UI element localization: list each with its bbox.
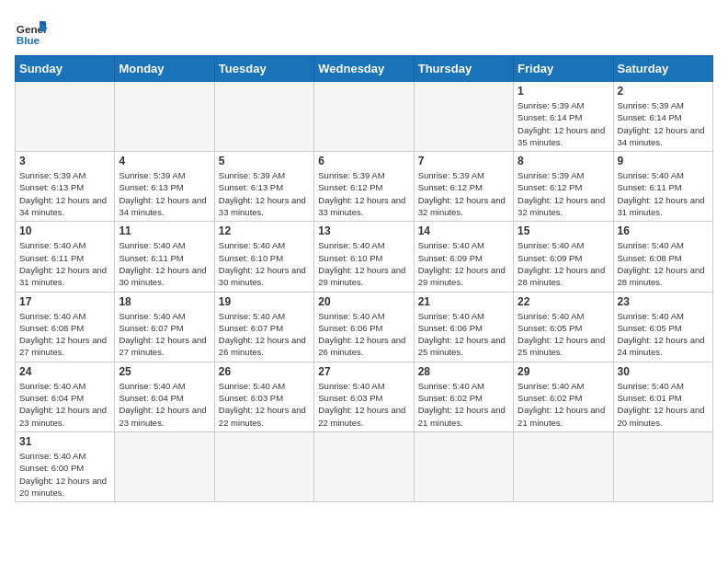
day-info: Sunrise: 5:40 AM Sunset: 6:08 PM Dayligh… bbox=[19, 310, 110, 359]
calendar-week-row: 17Sunrise: 5:40 AM Sunset: 6:08 PM Dayli… bbox=[16, 292, 713, 362]
calendar-cell bbox=[16, 82, 115, 152]
weekday-header-tuesday: Tuesday bbox=[214, 56, 313, 82]
calendar-cell: 30Sunrise: 5:40 AM Sunset: 6:01 PM Dayli… bbox=[613, 362, 712, 431]
day-info: Sunrise: 5:39 AM Sunset: 6:13 PM Dayligh… bbox=[119, 169, 210, 218]
calendar-cell: 14Sunrise: 5:40 AM Sunset: 6:09 PM Dayli… bbox=[414, 222, 513, 292]
day-number: 30 bbox=[618, 365, 709, 378]
calendar-cell: 6Sunrise: 5:39 AM Sunset: 6:12 PM Daylig… bbox=[314, 152, 414, 222]
calendar-cell: 1Sunrise: 5:39 AM Sunset: 6:14 PM Daylig… bbox=[514, 82, 613, 152]
calendar-cell: 3Sunrise: 5:39 AM Sunset: 6:13 PM Daylig… bbox=[16, 152, 115, 222]
calendar-week-row: 3Sunrise: 5:39 AM Sunset: 6:13 PM Daylig… bbox=[16, 152, 713, 222]
day-number: 2 bbox=[618, 85, 709, 98]
svg-text:Blue: Blue bbox=[17, 34, 40, 46]
day-info: Sunrise: 5:40 AM Sunset: 6:10 PM Dayligh… bbox=[219, 239, 310, 288]
day-number: 10 bbox=[19, 224, 110, 237]
day-number: 13 bbox=[318, 224, 409, 237]
calendar-cell: 28Sunrise: 5:40 AM Sunset: 6:02 PM Dayli… bbox=[414, 362, 513, 431]
calendar-cell: 12Sunrise: 5:40 AM Sunset: 6:10 PM Dayli… bbox=[214, 222, 313, 292]
day-info: Sunrise: 5:40 AM Sunset: 6:09 PM Dayligh… bbox=[418, 239, 509, 288]
page-header: General Blue bbox=[15, 15, 713, 48]
day-info: Sunrise: 5:39 AM Sunset: 6:12 PM Dayligh… bbox=[318, 169, 409, 218]
day-number: 6 bbox=[318, 155, 409, 167]
day-number: 25 bbox=[119, 365, 210, 378]
day-info: Sunrise: 5:39 AM Sunset: 6:14 PM Dayligh… bbox=[618, 99, 709, 148]
day-info: Sunrise: 5:39 AM Sunset: 6:14 PM Dayligh… bbox=[518, 99, 609, 148]
calendar-cell: 18Sunrise: 5:40 AM Sunset: 6:07 PM Dayli… bbox=[115, 292, 214, 362]
calendar-cell bbox=[314, 431, 414, 501]
weekday-header-sunday: Sunday bbox=[16, 56, 115, 82]
day-info: Sunrise: 5:40 AM Sunset: 6:11 PM Dayligh… bbox=[119, 239, 210, 288]
day-number: 19 bbox=[219, 295, 310, 308]
day-info: Sunrise: 5:40 AM Sunset: 6:00 PM Dayligh… bbox=[19, 450, 110, 499]
calendar-cell bbox=[214, 431, 313, 501]
day-info: Sunrise: 5:39 AM Sunset: 6:13 PM Dayligh… bbox=[219, 169, 310, 218]
day-number: 3 bbox=[19, 155, 110, 167]
day-info: Sunrise: 5:40 AM Sunset: 6:01 PM Dayligh… bbox=[618, 380, 709, 429]
weekday-header-thursday: Thursday bbox=[414, 56, 513, 82]
calendar-cell bbox=[414, 431, 513, 501]
calendar-cell bbox=[214, 82, 313, 152]
day-number: 9 bbox=[618, 155, 709, 167]
day-info: Sunrise: 5:40 AM Sunset: 6:07 PM Dayligh… bbox=[219, 310, 310, 359]
calendar-cell: 26Sunrise: 5:40 AM Sunset: 6:03 PM Dayli… bbox=[214, 362, 313, 431]
calendar-cell: 2Sunrise: 5:39 AM Sunset: 6:14 PM Daylig… bbox=[613, 82, 712, 152]
calendar-cell: 25Sunrise: 5:40 AM Sunset: 6:04 PM Dayli… bbox=[115, 362, 214, 431]
calendar-cell: 21Sunrise: 5:40 AM Sunset: 6:06 PM Dayli… bbox=[414, 292, 513, 362]
day-number: 4 bbox=[119, 155, 210, 167]
day-number: 24 bbox=[19, 365, 110, 378]
calendar-cell: 31Sunrise: 5:40 AM Sunset: 6:00 PM Dayli… bbox=[16, 431, 115, 501]
calendar-cell: 16Sunrise: 5:40 AM Sunset: 6:08 PM Dayli… bbox=[613, 222, 712, 292]
day-info: Sunrise: 5:40 AM Sunset: 6:11 PM Dayligh… bbox=[19, 239, 110, 288]
day-info: Sunrise: 5:40 AM Sunset: 6:11 PM Dayligh… bbox=[618, 169, 709, 218]
day-number: 27 bbox=[318, 365, 409, 378]
day-info: Sunrise: 5:39 AM Sunset: 6:12 PM Dayligh… bbox=[418, 169, 509, 218]
calendar-cell: 20Sunrise: 5:40 AM Sunset: 6:06 PM Dayli… bbox=[314, 292, 414, 362]
day-number: 31 bbox=[19, 435, 110, 448]
calendar-week-row: 1Sunrise: 5:39 AM Sunset: 6:14 PM Daylig… bbox=[16, 82, 713, 152]
day-number: 21 bbox=[418, 295, 509, 308]
calendar-cell bbox=[414, 82, 513, 152]
day-number: 20 bbox=[318, 295, 409, 308]
calendar-cell: 29Sunrise: 5:40 AM Sunset: 6:02 PM Dayli… bbox=[514, 362, 613, 431]
day-info: Sunrise: 5:40 AM Sunset: 6:06 PM Dayligh… bbox=[418, 310, 509, 359]
calendar-cell: 9Sunrise: 5:40 AM Sunset: 6:11 PM Daylig… bbox=[613, 152, 712, 222]
day-number: 7 bbox=[418, 155, 509, 167]
day-info: Sunrise: 5:39 AM Sunset: 6:12 PM Dayligh… bbox=[518, 169, 609, 218]
day-number: 16 bbox=[618, 224, 709, 237]
day-info: Sunrise: 5:40 AM Sunset: 6:04 PM Dayligh… bbox=[19, 380, 110, 429]
day-info: Sunrise: 5:40 AM Sunset: 6:02 PM Dayligh… bbox=[418, 380, 509, 429]
calendar-cell: 7Sunrise: 5:39 AM Sunset: 6:12 PM Daylig… bbox=[414, 152, 513, 222]
day-number: 1 bbox=[518, 85, 609, 98]
calendar-cell: 15Sunrise: 5:40 AM Sunset: 6:09 PM Dayli… bbox=[514, 222, 613, 292]
day-number: 26 bbox=[219, 365, 310, 378]
day-number: 29 bbox=[518, 365, 609, 378]
calendar-week-row: 10Sunrise: 5:40 AM Sunset: 6:11 PM Dayli… bbox=[16, 222, 713, 292]
weekday-header-wednesday: Wednesday bbox=[314, 56, 414, 82]
calendar-cell: 23Sunrise: 5:40 AM Sunset: 6:05 PM Dayli… bbox=[613, 292, 712, 362]
day-info: Sunrise: 5:40 AM Sunset: 6:07 PM Dayligh… bbox=[119, 310, 210, 359]
day-info: Sunrise: 5:40 AM Sunset: 6:03 PM Dayligh… bbox=[318, 380, 409, 429]
day-number: 8 bbox=[518, 155, 609, 167]
day-info: Sunrise: 5:40 AM Sunset: 6:06 PM Dayligh… bbox=[318, 310, 409, 359]
calendar-cell bbox=[115, 82, 214, 152]
calendar-cell: 19Sunrise: 5:40 AM Sunset: 6:07 PM Dayli… bbox=[214, 292, 313, 362]
weekday-header-monday: Monday bbox=[115, 56, 214, 82]
day-number: 17 bbox=[19, 295, 110, 308]
calendar-cell bbox=[314, 82, 414, 152]
day-number: 28 bbox=[418, 365, 509, 378]
day-info: Sunrise: 5:40 AM Sunset: 6:10 PM Dayligh… bbox=[318, 239, 409, 288]
calendar-cell bbox=[613, 431, 712, 501]
day-number: 15 bbox=[518, 224, 609, 237]
calendar-cell: 5Sunrise: 5:39 AM Sunset: 6:13 PM Daylig… bbox=[214, 152, 313, 222]
generalblue-logo-icon: General Blue bbox=[15, 15, 48, 48]
calendar-cell: 10Sunrise: 5:40 AM Sunset: 6:11 PM Dayli… bbox=[16, 222, 115, 292]
day-info: Sunrise: 5:40 AM Sunset: 6:03 PM Dayligh… bbox=[219, 380, 310, 429]
day-info: Sunrise: 5:39 AM Sunset: 6:13 PM Dayligh… bbox=[19, 169, 110, 218]
calendar-cell: 8Sunrise: 5:39 AM Sunset: 6:12 PM Daylig… bbox=[514, 152, 613, 222]
day-info: Sunrise: 5:40 AM Sunset: 6:08 PM Dayligh… bbox=[618, 239, 709, 288]
day-number: 14 bbox=[418, 224, 509, 237]
day-info: Sunrise: 5:40 AM Sunset: 6:04 PM Dayligh… bbox=[119, 380, 210, 429]
calendar-cell: 27Sunrise: 5:40 AM Sunset: 6:03 PM Dayli… bbox=[314, 362, 414, 431]
calendar-cell: 22Sunrise: 5:40 AM Sunset: 6:05 PM Dayli… bbox=[514, 292, 613, 362]
weekday-header-friday: Friday bbox=[514, 56, 613, 82]
